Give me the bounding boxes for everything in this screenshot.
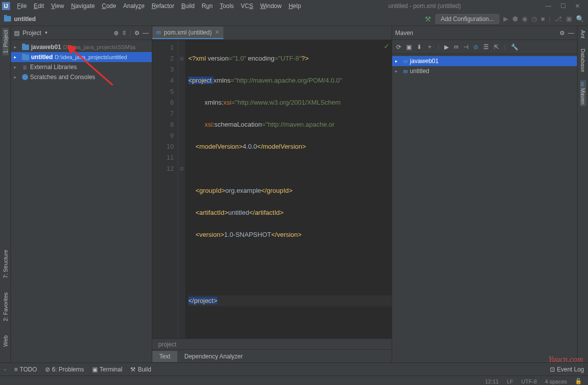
window-title: untitled - pom.xml (untitled) <box>304 3 545 10</box>
menu-code[interactable]: Code <box>99 2 119 11</box>
expand-icon[interactable]: ▸ <box>14 45 20 50</box>
collapse-icon[interactable]: ⇳ <box>122 30 127 37</box>
project-panel-title[interactable]: Project <box>23 30 41 37</box>
menu-navigate[interactable]: Navigate <box>68 2 98 11</box>
hide-icon[interactable]: ― <box>143 30 149 37</box>
menu-edit[interactable]: Edit <box>31 2 47 11</box>
inspection-ok-icon[interactable]: ✓ <box>384 42 390 50</box>
status-line-sep[interactable]: LF <box>507 378 513 384</box>
fold-icon[interactable]: ⊟ <box>178 53 185 64</box>
add-configuration-button[interactable]: Add Configuration... <box>435 14 499 24</box>
tree-row-external-libraries[interactable]: ▸ ⫼ External Libraries <box>11 62 152 72</box>
breadcrumb-item[interactable]: project <box>158 341 176 348</box>
expand-icon[interactable]: ▸ <box>14 65 20 70</box>
navbar: untitled ⚒ Add Configuration... ▶ ⬢ ◉ ◷ … <box>0 12 588 26</box>
search-icon[interactable]: 🔍 <box>576 15 584 23</box>
tree-row-scratches[interactable]: ▸ Scratches and Consoles <box>11 72 152 82</box>
settings-icon[interactable]: 🔧 <box>511 44 518 51</box>
menu-view[interactable]: View <box>48 2 67 11</box>
maven-label: javaweb01 <box>410 58 438 65</box>
menu-analyze[interactable]: Analyze <box>120 2 148 11</box>
fold-gutter: ⊟ ⊟ <box>178 40 185 338</box>
generate-icon[interactable]: ▣ <box>406 44 412 51</box>
tool-database[interactable]: Database <box>580 47 586 74</box>
tab-dependency-analyzer[interactable]: Dependency Analyzer <box>177 351 250 362</box>
status-indent[interactable]: 4 spaces <box>545 378 567 384</box>
menu-refactor[interactable]: Refactor <box>149 2 177 11</box>
left-tool-gutter: 1: Project 7: Structure 2: Favorites Web <box>0 26 11 362</box>
app-logo: IJ <box>2 2 10 10</box>
status-encoding[interactable]: UTF-8 <box>521 378 537 384</box>
tool-web[interactable]: Web <box>3 333 9 348</box>
tool-terminal[interactable]: ▣ Terminal <box>92 366 122 373</box>
menu-file[interactable]: File <box>14 2 30 11</box>
menu-build[interactable]: Build <box>178 2 198 11</box>
profile-icon[interactable]: ◷ <box>531 15 537 23</box>
menu-run[interactable]: Run <box>199 2 216 11</box>
expand-icon[interactable]: ▸ <box>395 59 401 64</box>
execute-icon[interactable]: m <box>454 43 458 51</box>
build-icon[interactable]: ⚒ <box>425 15 431 23</box>
editor-tab[interactable]: m pom.xml (untitled) ✕ <box>152 27 223 39</box>
tool-todo[interactable]: ≡ TODO <box>14 366 37 373</box>
tool-window-icon[interactable]: ▫ <box>4 366 6 373</box>
project-panel-header: ▤ Project ▼ ⊕ ⇳ | ⚙ ― <box>11 26 152 40</box>
scratch-icon <box>22 74 28 80</box>
tool-problems[interactable]: ⊘ 6: Problems <box>45 366 84 373</box>
maven-panel-title: Maven <box>395 30 413 37</box>
download-icon[interactable]: ⬇ <box>417 44 422 51</box>
maven-item-javaweb01[interactable]: ▸ m javaweb01 <box>392 56 577 66</box>
add-icon[interactable]: ＋ <box>427 43 433 51</box>
tree-label: Scratches and Consoles <box>30 74 95 81</box>
coverage-icon[interactable]: ◉ <box>522 15 527 23</box>
expand-icon[interactable]: ▸ <box>14 75 20 80</box>
code-editor[interactable]: ✓ 123456789101112 ⊟ ⊟ <?xml version="1.0… <box>152 40 392 338</box>
run-icon[interactable]: ▶ <box>503 15 508 23</box>
dependencies-icon[interactable]: ☰ <box>483 44 489 51</box>
hide-icon[interactable]: ― <box>568 30 574 37</box>
tab-text[interactable]: Text <box>152 351 177 362</box>
tree-row-untitled[interactable]: ▸ untitled D:\idea_java_projects\untitle… <box>11 52 152 62</box>
breadcrumb-root[interactable]: untitled <box>14 16 36 23</box>
target-icon[interactable]: ⊕ <box>114 30 119 37</box>
tool-maven[interactable]: m Maven <box>580 80 586 107</box>
tree-label: External Libraries <box>30 64 77 71</box>
tree-row-javaweb01[interactable]: ▸ javaweb01 D:\idea_java_projects\SSM\ja <box>11 42 152 52</box>
menu-help[interactable]: Help <box>285 2 304 11</box>
dropdown-icon[interactable]: ▼ <box>44 31 48 35</box>
gear-icon[interactable]: ⚙ <box>134 30 140 37</box>
expand-icon[interactable]: ▸ <box>395 69 401 74</box>
skip-tests-icon[interactable]: ⊘ <box>473 44 478 51</box>
debug-icon[interactable]: ⬢ <box>512 15 518 23</box>
stop-icon[interactable]: ■ <box>541 15 545 23</box>
fold-end-icon[interactable]: ⊟ <box>178 163 185 174</box>
reload-icon[interactable]: ⟳ <box>396 44 401 51</box>
layout-icon[interactable]: ▣ <box>566 15 572 23</box>
tool-project[interactable]: 1: Project <box>3 28 9 55</box>
code-content[interactable]: <?xml version="1.0" encoding="UTF-8"?> <… <box>185 40 392 338</box>
git-icon[interactable]: ⎇ <box>554 15 562 23</box>
maven-item-untitled[interactable]: ▸ m untitled <box>392 66 577 76</box>
tool-build[interactable]: ⚒ Build <box>130 366 151 373</box>
titlebar: IJ File Edit View Navigate Code Analyze … <box>0 0 588 12</box>
maximize-icon[interactable]: ☐ <box>560 3 566 10</box>
menu-window[interactable]: Window <box>257 2 284 11</box>
menu-vcs[interactable]: VCS <box>238 2 256 11</box>
tool-eventlog[interactable]: ⊡ Event Log <box>550 366 584 373</box>
tool-structure[interactable]: 7: Structure <box>3 248 9 280</box>
gear-icon[interactable]: ⚙ <box>559 30 565 37</box>
tool-ant[interactable]: Ant <box>580 28 586 41</box>
tab-close-icon[interactable]: ✕ <box>215 29 219 36</box>
toggle-icon[interactable]: ⊣ <box>463 44 468 51</box>
status-position[interactable]: 12:11 <box>485 378 499 384</box>
expand-icon[interactable]: ▸ <box>14 55 20 60</box>
status-lock-icon[interactable]: 🔓 <box>575 378 582 384</box>
tool-favorites[interactable]: 2: Favorites <box>3 290 9 323</box>
close-icon[interactable]: ✕ <box>575 3 580 10</box>
maven-toolbar: ⟳ ▣ ⬇ ＋ | ▶ m ⊣ ⊘ ☰ ⇱ | 🔧 <box>392 40 577 54</box>
tree-label: javaweb01 <box>31 44 61 51</box>
minimize-icon[interactable]: ― <box>545 3 551 10</box>
menu-tools[interactable]: Tools <box>217 2 237 11</box>
collapse-all-icon[interactable]: ⇱ <box>494 44 499 51</box>
run-icon[interactable]: ▶ <box>444 44 449 51</box>
